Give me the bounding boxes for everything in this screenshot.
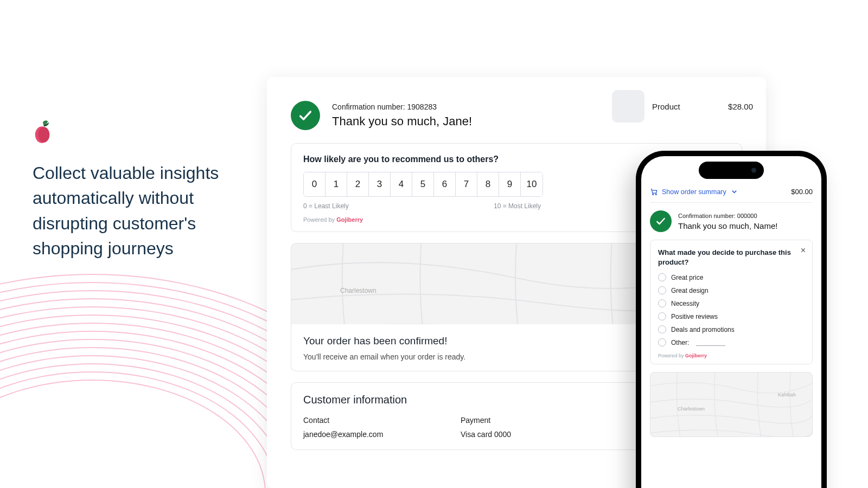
payment-label: Payment — [461, 416, 511, 425]
marketing-headline: Collect valuable insights automatically … — [33, 160, 255, 261]
option-label: Necessity — [671, 300, 699, 307]
map-place-label: Charlestown — [678, 406, 705, 412]
radio-icon — [658, 325, 666, 333]
survey-option[interactable]: Positive reviews — [658, 312, 805, 320]
phone-confirmation-number: Confirmation number: 000000 — [678, 213, 777, 219]
contact-value: janedoe@example.com — [303, 430, 428, 439]
order-summary-bar[interactable]: Show order summary $00.00 — [650, 183, 813, 203]
show-summary-label: Show order summary — [662, 188, 726, 196]
nps-button-2[interactable]: 2 — [347, 172, 369, 196]
chevron-down-icon — [730, 188, 738, 196]
nps-button-4[interactable]: 4 — [391, 172, 412, 196]
product-name: Product — [652, 102, 720, 111]
product-thumbnail — [612, 90, 644, 123]
option-label: Positive reviews — [671, 313, 718, 320]
checkmark-icon — [291, 101, 320, 130]
purchase-reason-card: × What made you decide to purchase this … — [650, 240, 813, 364]
nps-button-9[interactable]: 9 — [499, 172, 521, 196]
phone-confirmation-header: Confirmation number: 000000 Thank you so… — [650, 210, 813, 232]
option-label: Other: — [671, 339, 689, 346]
survey-question: What made you decide to purchase this pr… — [658, 248, 805, 267]
phone-mockup: Show order summary $00.00 Confirmation n… — [636, 151, 827, 488]
phone-notch — [699, 162, 764, 179]
checkmark-icon — [650, 210, 672, 232]
left-column: Collect valuable insights automatically … — [33, 119, 255, 261]
nps-button-8[interactable]: 8 — [477, 172, 499, 196]
cart-icon — [650, 188, 658, 196]
survey-option[interactable]: Great price — [658, 273, 805, 281]
nps-scale: 012345678910 — [303, 172, 543, 197]
close-icon[interactable]: × — [801, 246, 806, 255]
phone-thank-you: Thank you so much, Name! — [678, 221, 777, 230]
svg-point-2 — [653, 194, 654, 195]
gojiberry-logo-icon — [33, 119, 53, 145]
svg-point-1 — [38, 127, 49, 143]
nps-button-7[interactable]: 7 — [456, 172, 477, 196]
radio-icon — [658, 299, 666, 307]
thank-you-message: Thank you so much, Jane! — [332, 114, 472, 129]
radio-icon — [658, 312, 666, 320]
option-label: Great design — [671, 287, 709, 294]
order-amount: $00.00 — [791, 188, 813, 196]
other-input[interactable] — [696, 339, 725, 346]
nps-button-1[interactable]: 1 — [326, 172, 347, 196]
survey-options: Great priceGreat designNecessityPositive… — [658, 273, 805, 333]
nps-legend-left: 0 = Least Likely — [303, 202, 349, 210]
survey-option[interactable]: Great design — [658, 286, 805, 294]
radio-icon — [658, 286, 666, 294]
survey-option-other[interactable]: Other: — [658, 338, 805, 346]
map-place-label: Kahibah — [778, 392, 796, 397]
contact-label: Contact — [303, 416, 428, 425]
nps-button-3[interactable]: 3 — [369, 172, 391, 196]
order-summary-side: Product $28.00 — [612, 90, 753, 123]
confirmation-number: Confirmation number: 1908283 — [332, 102, 472, 111]
nps-button-0[interactable]: 0 — [304, 172, 326, 196]
nps-legend-right: 10 = Most Likely — [494, 202, 541, 210]
svg-point-3 — [655, 194, 656, 195]
radio-icon — [658, 273, 666, 281]
nps-button-5[interactable]: 5 — [412, 172, 434, 196]
nps-button-10[interactable]: 10 — [521, 172, 542, 196]
survey-option[interactable]: Necessity — [658, 299, 805, 307]
survey-option[interactable]: Deals and promotions — [658, 325, 805, 333]
option-label: Deals and promotions — [671, 326, 735, 333]
powered-by: Powered by Gojiberry — [658, 353, 805, 358]
product-price: $28.00 — [728, 102, 753, 111]
payment-value: Visa card 0000 — [461, 430, 511, 439]
radio-icon — [658, 338, 666, 346]
phone-order-map: Charlestown Kahibah — [650, 372, 813, 437]
map-place-label: Charlestown — [340, 287, 376, 294]
nps-button-6[interactable]: 6 — [434, 172, 456, 196]
option-label: Great price — [671, 274, 703, 281]
